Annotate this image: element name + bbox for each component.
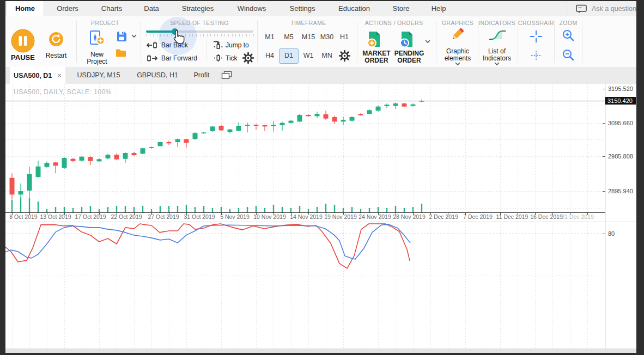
zoom-in-icon[interactable] xyxy=(562,29,575,42)
open-project-button[interactable] xyxy=(115,48,127,58)
slider-tick xyxy=(203,34,204,36)
price-axis-label: 2985.808 xyxy=(608,153,633,160)
slider-tick xyxy=(253,34,254,36)
timeframe-button-w1[interactable]: W1 xyxy=(299,48,318,63)
indicator-level-label: 80 xyxy=(608,230,615,237)
menu-tab-education[interactable]: Education xyxy=(330,1,378,16)
timeframe-button-d1[interactable]: D1 xyxy=(279,48,299,64)
ribbon-separator xyxy=(554,21,555,63)
date-axis-label: 7 Dec 2019 xyxy=(463,213,493,220)
section-title-project: PROJECT xyxy=(91,20,119,26)
list-of-indicators-button[interactable]: List of Indicators xyxy=(475,48,519,62)
section-title-indicators: INDICATORS xyxy=(478,20,515,26)
menu-tab-home[interactable]: Home xyxy=(7,1,43,16)
orders-chevron-down-icon[interactable] xyxy=(425,40,430,44)
section-title-graphics: GRAPHICS xyxy=(442,20,473,26)
date-axis-label: 10 Nov 2019 xyxy=(253,213,286,220)
save-project-button[interactable] xyxy=(116,30,127,42)
ribbon-separator xyxy=(582,21,582,63)
pending-order-icon[interactable] xyxy=(398,30,416,48)
chart-tab-gbpusd[interactable]: GBPUSD, H1 xyxy=(131,67,184,84)
restart-label: Restart xyxy=(46,52,67,59)
date-axis-label: 31 Oct 2019 xyxy=(184,213,215,220)
section-title-crosshair: CROSSHAIR xyxy=(518,20,554,26)
bar-forward-icon xyxy=(146,54,158,62)
menu-tab-charts[interactable]: Charts xyxy=(93,1,130,16)
speed-settings-gear-icon[interactable] xyxy=(242,52,254,64)
ask-a-question-button[interactable]: Ask a question xyxy=(567,1,636,16)
slider-tick xyxy=(153,34,154,36)
jump-to-button[interactable]: Jump to xyxy=(226,41,249,49)
tick-button[interactable]: Tick xyxy=(226,54,238,62)
bar-forward-button[interactable]: Bar Forward xyxy=(161,54,197,62)
section-title-orders: ACTIONS / ORDERS xyxy=(365,20,423,26)
date-axis-label: 27 Oct 2019 xyxy=(148,213,179,220)
cascade-windows-icon[interactable] xyxy=(221,71,232,79)
slider-tick xyxy=(224,34,225,36)
price-chart[interactable]: USA500, DAILY, SCALE: 100%3195.5203150.4… xyxy=(5,84,636,353)
timeframe-button-h1[interactable]: H1 xyxy=(335,30,354,44)
restart-button[interactable] xyxy=(49,32,63,46)
slider-tick xyxy=(210,34,211,36)
price-axis-label: 3195.520 xyxy=(608,85,633,92)
jump-to-icon xyxy=(212,40,223,50)
pencil-icon[interactable] xyxy=(449,26,465,42)
slider-tick xyxy=(207,34,208,36)
menu-tab-data[interactable]: Data xyxy=(136,1,167,16)
pause-button[interactable] xyxy=(11,29,35,53)
timeframe-button-m5[interactable]: M5 xyxy=(280,30,298,44)
date-axis-label: 11 Dec 2019 xyxy=(496,213,528,220)
save-chevron-down-icon[interactable] xyxy=(131,34,137,38)
window-frame: { "window": {"ask": "Ask a question"}, "… xyxy=(0,0,644,355)
date-axis-label: 8 Oct 2019 xyxy=(9,213,38,220)
date-axis-label: 24 Nov 2019 xyxy=(359,213,391,220)
chart-tab-usdjpy[interactable]: USDJPY, M15 xyxy=(70,67,127,84)
slider-tick xyxy=(246,34,247,36)
chart-watermark: USA500, DAILY, SCALE: 100% xyxy=(14,88,112,96)
date-axis-label: 5 Nov 2019 xyxy=(220,213,250,220)
new-project-button[interactable] xyxy=(89,30,105,46)
slider-tick xyxy=(150,34,150,36)
chart-tab-usa500[interactable]: USA500, D1× xyxy=(10,67,65,84)
market-order-icon[interactable] xyxy=(366,30,383,48)
zoom-out-icon[interactable] xyxy=(562,48,575,62)
column-divider xyxy=(206,39,206,61)
market-order-button[interactable]: MARKET ORDER xyxy=(360,50,393,64)
graphic-elements-button[interactable]: Graphic elements xyxy=(438,48,477,62)
chart-tab-profit[interactable]: Profit xyxy=(187,67,216,84)
date-axis-label: 14 Nov 2019 xyxy=(290,213,323,220)
ask-a-question-label: Ask a question xyxy=(592,5,636,13)
date-axis-label: 17 Oct 2019 xyxy=(75,213,106,220)
ribbon-separator xyxy=(436,21,436,63)
slider-tick xyxy=(221,34,222,36)
crosshair-icon[interactable] xyxy=(529,29,543,44)
indicators-chevron-down-icon[interactable] xyxy=(494,62,500,66)
close-tab-icon[interactable]: × xyxy=(57,71,62,79)
timeframe-button-m30[interactable]: M30 xyxy=(318,30,336,44)
menu-tab-settings[interactable]: Settings xyxy=(282,1,324,16)
crosshair-sync-icon[interactable] xyxy=(531,50,542,61)
slider-tick xyxy=(239,34,240,36)
app-window: HomeOrdersChartsDataStrategiesWindowsSet… xyxy=(5,1,636,353)
timeframe-settings-gear-icon[interactable] xyxy=(339,50,350,62)
timeframe-button-mn[interactable]: MN xyxy=(318,48,336,63)
timeframe-button-m15[interactable]: M15 xyxy=(299,30,318,44)
timeframe-button-h4[interactable]: H4 xyxy=(260,48,279,63)
menu-tab-store[interactable]: Store xyxy=(384,1,417,16)
indicator-curve-icon[interactable] xyxy=(488,28,507,42)
price-axis-label: 3095.660 xyxy=(608,120,633,126)
menu-tab-orders[interactable]: Orders xyxy=(48,1,87,16)
ribbon: PAUSE Restart PROJECT New Project SPEED … xyxy=(5,16,636,68)
price-axis-label: 2895.940 xyxy=(608,188,633,194)
slider-tick xyxy=(250,34,250,36)
timeframe-button-m1[interactable]: M1 xyxy=(260,30,279,44)
graphics-chevron-down-icon[interactable] xyxy=(455,62,460,66)
slider-tick xyxy=(228,34,229,36)
date-axis-label: 28 Nov 2019 xyxy=(393,213,426,220)
menu-tab-help[interactable]: Help xyxy=(423,1,454,16)
menu-tab-strategies[interactable]: Strategies xyxy=(174,1,222,16)
menu-tab-windows[interactable]: Windows xyxy=(229,1,275,16)
slider-tick xyxy=(157,34,157,36)
pending-order-button[interactable]: PENDING ORDER xyxy=(392,50,427,64)
date-axis-label: 19 Nov 2019 xyxy=(324,213,357,220)
